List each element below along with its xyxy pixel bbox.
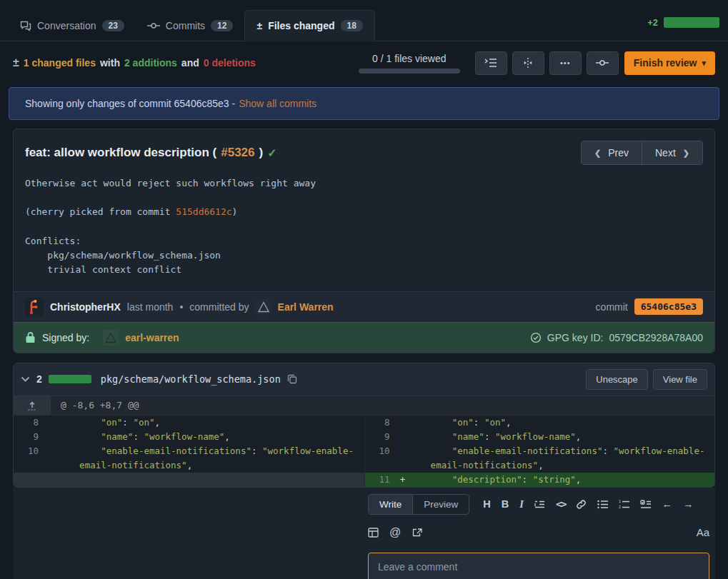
editor-tab-switch: Write Preview: [368, 494, 469, 515]
commit-header: feat: allow workflow description (#5326)…: [14, 129, 714, 168]
chevron-down-icon[interactable]: [21, 376, 30, 383]
code-icon[interactable]: <>: [556, 498, 565, 510]
commit-detail-box: feat: allow workflow description (#5326)…: [13, 129, 715, 353]
line-number[interactable]: 10: [365, 444, 397, 473]
tab-files-changed[interactable]: ± Files changed 18: [244, 10, 374, 41]
commit-filter-banner: Showing only changes of commit 65406c85e…: [9, 87, 719, 120]
show-all-commits-link[interactable]: Show all commits: [239, 98, 316, 109]
signer-name-link[interactable]: earl-warren: [125, 332, 179, 343]
editor-toolbar: Write Preview H B I <> 12: [368, 494, 709, 515]
italic-icon[interactable]: I: [519, 498, 524, 510]
text-style-icon[interactable]: Aa: [697, 526, 709, 538]
quote-icon[interactable]: [534, 500, 545, 509]
pr-number-link[interactable]: #5326: [221, 146, 254, 160]
diff-toolbar: ± 1 changed files with 2 additions and 0…: [13, 48, 715, 78]
tab-preview[interactable]: Preview: [413, 495, 469, 514]
deletions-text: 0 deletions: [204, 57, 256, 69]
expand-hunk-button[interactable]: [14, 396, 51, 415]
caret-down-icon: ▾: [702, 59, 706, 68]
commit-sha-badge[interactable]: 65406c85e3: [634, 298, 703, 315]
arrow-right-icon[interactable]: →: [683, 498, 694, 510]
diff-row: 11+ "description": "string",: [14, 473, 714, 487]
summary-text: and: [181, 57, 199, 69]
tab-conversation[interactable]: Conversation 23: [9, 11, 136, 41]
additions-bar: [664, 17, 719, 28]
file-actions: Unescape View file: [586, 369, 707, 390]
diff-marker: [397, 430, 409, 444]
tab-files-changed-label: Files changed: [268, 20, 334, 31]
line-number[interactable]: 8: [365, 416, 397, 430]
copy-path-icon[interactable]: [287, 374, 297, 384]
cherry-pick-commit-link[interactable]: 515dd6612c: [176, 206, 231, 217]
tab-write[interactable]: Write: [369, 495, 413, 514]
summary-text: with: [100, 57, 120, 69]
finish-review-button[interactable]: Finish review ▾: [624, 51, 715, 75]
gpg-key-label: GPG key ID:: [547, 332, 604, 343]
commit-select-button[interactable]: [587, 51, 619, 75]
tab-commits[interactable]: Commits 12: [136, 11, 245, 41]
gpg-key-value: 0579CB2928A78A00: [609, 332, 703, 343]
line-number[interactable]: 10: [14, 444, 45, 473]
commit-author-row: ChristopherHX last month • committed by …: [14, 291, 714, 322]
view-file-button[interactable]: View file: [653, 369, 707, 390]
reference-icon[interactable]: [412, 528, 423, 538]
table-icon[interactable]: [368, 528, 379, 538]
line-number[interactable]: 11: [365, 473, 397, 487]
file-diff-header: 2 pkg/schema/workflow_schema.json Unesca…: [14, 363, 714, 396]
unordered-list-icon[interactable]: [597, 500, 608, 509]
line-number[interactable]: 8: [14, 416, 45, 430]
commit-sha-group: commit 65406c85e3: [596, 298, 703, 315]
ci-success-icon: ✓: [267, 146, 276, 160]
diff-marker: [397, 416, 409, 430]
ellipsis-icon: •••: [560, 59, 571, 67]
split-view-button[interactable]: [512, 51, 544, 75]
task-list-icon[interactable]: [640, 500, 651, 509]
hunk-header-row: @ -8,6 +8,7 @@: [14, 396, 714, 416]
lock-icon: [25, 331, 36, 343]
comment-input[interactable]: [368, 553, 709, 579]
diff-stats: +2: [647, 17, 719, 41]
heading-icon[interactable]: H: [483, 498, 490, 510]
bottom-spacer: [13, 494, 368, 579]
file-path[interactable]: pkg/schema/workflow_schema.json: [101, 373, 281, 385]
editor-toolbar-row2: @ Aa: [368, 526, 709, 539]
author-avatar[interactable]: [25, 298, 44, 316]
commit-icon: [595, 58, 609, 68]
commit-title-close: ): [259, 146, 264, 160]
commit-title-text: feat: allow workflow description (: [25, 146, 216, 160]
changed-files-count: 1 changed files: [24, 57, 96, 69]
diff-options-button[interactable]: •••: [549, 51, 582, 75]
committer-avatar[interactable]: [256, 299, 271, 315]
unescape-button[interactable]: Unescape: [586, 369, 648, 390]
diff-marker: [45, 430, 58, 444]
link-icon[interactable]: [576, 499, 587, 510]
next-commit-button[interactable]: Next ❯: [642, 141, 702, 164]
ordered-list-icon[interactable]: 12: [619, 500, 629, 509]
diff-icon: ±: [256, 20, 262, 31]
file-tree-icon: [484, 58, 497, 68]
bold-icon[interactable]: B: [502, 498, 509, 510]
signed-by-label: Signed by:: [42, 332, 89, 343]
dot-separator: •: [179, 301, 183, 313]
arrow-left-icon[interactable]: ←: [662, 498, 672, 510]
committer-name-link[interactable]: Earl Warren: [278, 301, 334, 313]
mention-icon[interactable]: @: [389, 526, 401, 539]
commit-time: last month: [127, 301, 174, 313]
diff-icon: ±: [13, 56, 19, 69]
commits-count-badge: 12: [211, 20, 233, 31]
split-view-icon: [522, 57, 534, 69]
commit-nav: ❮ Prev Next ❯: [581, 141, 703, 165]
prev-commit-button[interactable]: ❮ Prev: [582, 141, 642, 164]
hunk-header-text: @ -8,6 +8,7 @@: [51, 396, 149, 415]
line-number[interactable]: 9: [14, 430, 45, 444]
committed-by-label: committed by: [189, 301, 249, 313]
author-name-link[interactable]: ChristopherHX: [50, 301, 121, 313]
diff-right-cell: 10 "enable-email-notifications": "workfl…: [364, 444, 715, 473]
diff-marker: [397, 444, 409, 473]
code-line: "description": "string",: [409, 473, 715, 487]
signer-avatar[interactable]: [103, 330, 119, 346]
line-number[interactable]: 9: [365, 430, 397, 444]
file-change-count: 2: [36, 373, 42, 385]
file-tree-toggle-button[interactable]: [475, 51, 507, 75]
files-changed-count-badge: 18: [341, 20, 363, 31]
